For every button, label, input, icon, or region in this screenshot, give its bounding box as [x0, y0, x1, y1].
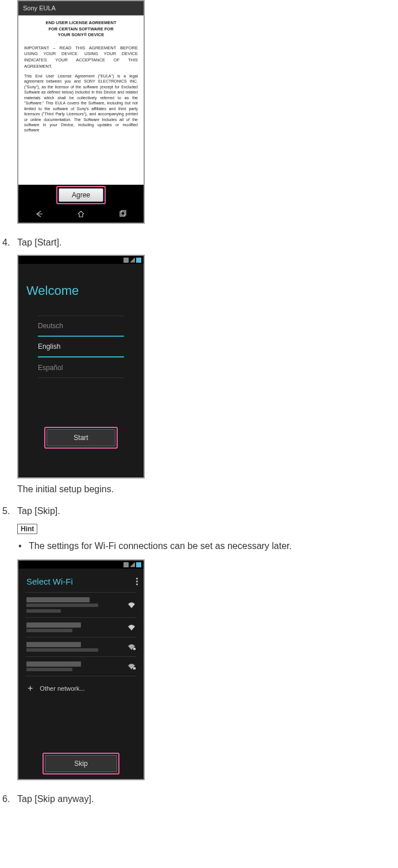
eula-screenshot: Sony EULA END USER LICENSE AGREEMENT FOR… [17, 0, 145, 224]
wifi-network-item[interactable] [25, 592, 137, 618]
other-network-item[interactable]: + Other network... [25, 676, 137, 700]
svg-rect-3 [133, 667, 136, 670]
agree-button[interactable]: Agree [59, 188, 103, 202]
wifi-heading: Select Wi-Fi [26, 577, 73, 586]
step-4: 4. Tap [Start]. Welcome Deutsch English … [0, 238, 398, 495]
nfc-icon [123, 258, 129, 263]
wifi-signal-icon [127, 602, 136, 609]
battery-icon [136, 562, 141, 567]
status-bar [18, 256, 144, 264]
android-navbar [18, 205, 144, 223]
svg-rect-2 [133, 648, 136, 650]
step-3-continuation: Sony EULA END USER LICENSE AGREEMENT FOR… [0, 0, 398, 226]
recent-apps-icon[interactable] [118, 209, 127, 219]
plus-icon: + [28, 683, 33, 694]
eula-title: END USER LICENSE AGREEMENT FOR CERTAIN S… [24, 20, 138, 38]
step-instruction: Tap [Start]. [17, 238, 398, 248]
wifi-network-item[interactable] [25, 657, 137, 676]
step-caption: The initial setup begins. [17, 484, 398, 495]
back-icon[interactable] [34, 209, 44, 219]
overflow-menu-icon[interactable] [136, 578, 138, 585]
lang-option-deutsch[interactable]: Deutsch [38, 316, 124, 336]
battery-icon [136, 258, 141, 263]
step-number: 6. [0, 794, 17, 811]
eula-important-text: IMPORTANT – READ THIS AGREEMENT BEFORE U… [24, 45, 138, 71]
skip-button-highlight: Skip [42, 753, 119, 774]
wifi-network-list: + Other network... [18, 592, 144, 700]
wifi-network-item[interactable] [25, 618, 137, 637]
step-number: 5. [0, 506, 17, 783]
nfc-icon [123, 562, 129, 567]
hint-label: Hint [17, 524, 37, 534]
language-list: Deutsch English Español [18, 316, 144, 378]
welcome-screenshot: Welcome Deutsch English Español Start [17, 255, 145, 478]
lang-option-espanol[interactable]: Español [38, 357, 124, 378]
status-bar [18, 560, 144, 569]
signal-icon [130, 562, 135, 567]
eula-body-text: This End User License Agreement ("EULA")… [24, 73, 138, 133]
eula-window-title: Sony EULA [18, 1, 144, 15]
hint-text: The settings for Wi-Fi connections can b… [29, 541, 292, 551]
wifi-network-item[interactable] [25, 637, 137, 657]
wifi-screenshot: Select Wi-Fi [17, 559, 145, 780]
step-instruction: Tap [Skip]. [17, 506, 398, 516]
welcome-heading: Welcome [18, 264, 144, 316]
start-button-highlight: Start [44, 427, 117, 449]
start-button[interactable]: Start [47, 429, 115, 446]
wifi-signal-icon [127, 624, 136, 631]
step-6: 6. Tap [Skip anyway]. [0, 794, 398, 811]
wifi-signal-lock-icon [127, 644, 136, 651]
agree-button-highlight: Agree [56, 186, 106, 204]
other-network-label: Other network... [40, 685, 84, 692]
step-instruction: Tap [Skip anyway]. [17, 794, 398, 804]
svg-rect-1 [121, 211, 126, 215]
svg-rect-0 [120, 212, 125, 216]
hint-bullet: • The settings for Wi-Fi connections can… [17, 541, 398, 551]
step-number: 4. [0, 238, 17, 495]
step-5: 5. Tap [Skip]. Hint • The settings for W… [0, 506, 398, 783]
signal-icon [130, 258, 135, 263]
lang-option-english[interactable]: English [38, 336, 124, 357]
skip-button[interactable]: Skip [45, 755, 117, 772]
home-icon[interactable] [76, 209, 86, 219]
wifi-signal-lock-icon [127, 663, 136, 670]
